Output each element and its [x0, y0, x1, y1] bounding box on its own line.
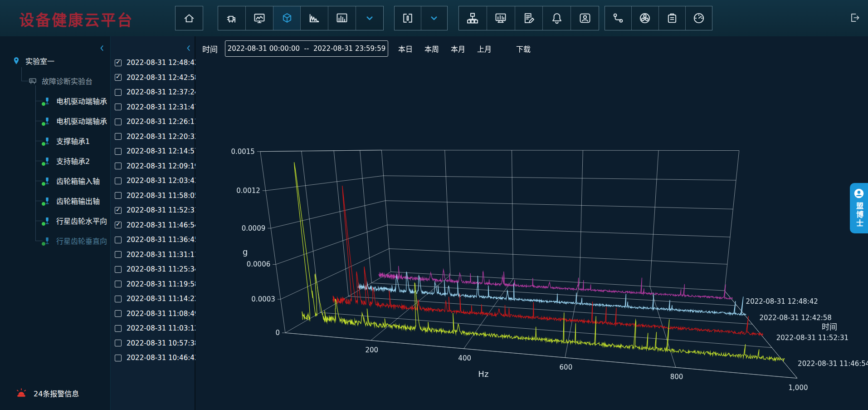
timestamp-label: 2022-08-31 10:57:38 [127, 339, 199, 347]
date-range-input[interactable] [225, 40, 388, 57]
timestamp-label: 2022-08-31 12:20:33 [127, 133, 199, 141]
timestamp-row[interactable]: 2022-08-31 11:25:34 [111, 262, 195, 277]
timestamp-checkbox[interactable] [115, 74, 122, 81]
timestamp-checkbox[interactable] [115, 355, 122, 361]
timestamp-panel-collapse-button[interactable] [184, 44, 193, 54]
timestamp-row[interactable]: 2022-08-31 12:03:43 [111, 173, 195, 188]
nav-gauge-button[interactable] [685, 6, 712, 30]
timestamp-checkbox[interactable] [115, 281, 122, 287]
nav-report-edit-button[interactable] [515, 6, 543, 30]
histogram-icon [336, 12, 348, 25]
timestamp-checkbox[interactable] [115, 119, 122, 125]
nav-home-button[interactable] [176, 6, 203, 30]
nav-cube-3d-button[interactable] [273, 6, 301, 30]
timestamp-checkbox[interactable] [115, 148, 122, 155]
nav-battery-device-button[interactable] [658, 6, 685, 30]
nav-trend-monitor-button[interactable] [245, 6, 273, 30]
timestamp-checkbox[interactable] [115, 251, 122, 258]
nav-histogram-button[interactable] [328, 6, 356, 30]
timestamp-checkbox[interactable] [115, 89, 122, 96]
timestamp-row[interactable]: 2022-08-31 12:37:24 [111, 85, 195, 100]
week-button[interactable]: 本周 [424, 43, 439, 54]
timestamp-row[interactable]: 2022-08-31 12:42:58 [111, 70, 195, 85]
tree-node[interactable]: 支持轴承2 [0, 151, 110, 171]
tree-node[interactable]: 电机驱动端轴承 [0, 91, 110, 111]
timestamp-row[interactable]: 2022-08-31 12:14:57 [111, 144, 195, 159]
tree-node[interactable]: 齿轮箱输出轴 [0, 191, 110, 211]
nav-group-home [175, 6, 203, 30]
timestamp-checkbox[interactable] [115, 237, 122, 243]
timestamp-row[interactable]: 2022-08-31 11:14:22 [111, 291, 195, 306]
sensor-status-dot [41, 142, 46, 146]
alarm-summary[interactable]: 24条报警信息 [15, 387, 79, 399]
nav-route-map-button[interactable] [605, 6, 631, 30]
today-button[interactable]: 本日 [398, 43, 413, 54]
timestamp-checkbox[interactable] [115, 104, 122, 110]
device-tree: 实验室一故障诊断实验台电机驱动端轴承电机驱动端轴承支撑轴承1支持轴承2齿轮箱输入… [0, 51, 110, 251]
timestamp-row[interactable]: 2022-08-31 10:57:38 [111, 336, 195, 351]
tree-node-label: 电机驱动端轴承 [56, 95, 107, 106]
timestamp-label: 2022-08-31 11:25:34 [127, 265, 199, 273]
tree-node[interactable]: 电机驱动端轴承 [0, 111, 110, 131]
timestamp-checkbox[interactable] [115, 296, 122, 302]
timestamp-checkbox[interactable] [115, 163, 122, 169]
chevron-down-icon [363, 12, 376, 25]
nav-group-analysis [218, 6, 384, 30]
battery-device-icon [666, 12, 678, 25]
tree-node-label: 支持轴承2 [56, 155, 90, 166]
nav-id-card-button[interactable] [571, 6, 599, 30]
doctor-side-tab[interactable]: 盟博士 [850, 183, 868, 233]
app-title: 设备健康云平台 [19, 8, 133, 30]
timestamp-checkbox[interactable] [115, 325, 122, 332]
timestamp-checkbox[interactable] [115, 178, 122, 184]
month-button[interactable]: 本月 [451, 43, 465, 54]
nav-spectrum-chart-button[interactable] [300, 6, 328, 30]
timestamp-row[interactable]: 2022-08-31 11:19:58 [111, 277, 195, 292]
timestamp-checkbox[interactable] [115, 59, 122, 66]
nav-alarm-bell-button[interactable] [542, 6, 571, 30]
timestamp-label: 2022-08-31 11:36:45 [127, 236, 199, 244]
nav-monitor-chart-button[interactable] [487, 6, 515, 30]
timestamp-row[interactable]: 2022-08-31 12:09:19 [111, 159, 195, 174]
prev-month-button[interactable]: 上月 [477, 43, 492, 54]
timestamp-row[interactable]: 2022-08-31 11:03:12 [111, 321, 195, 336]
tree-node[interactable]: 实验室一 [0, 51, 110, 71]
timestamp-label: 2022-08-31 11:19:58 [127, 280, 199, 288]
timestamp-row[interactable]: 2022-08-31 10:46:43 [111, 351, 195, 366]
waterfall-spectrum-chart[interactable] [195, 36, 868, 410]
tree-node[interactable]: 行星齿轮水平向 [0, 211, 110, 231]
timestamp-row[interactable]: 2022-08-31 12:31:47 [111, 100, 195, 115]
timestamp-checkbox[interactable] [115, 192, 122, 199]
id-card-icon [579, 12, 591, 25]
timestamp-row[interactable]: 2022-08-31 11:58:05 [111, 188, 195, 203]
timestamp-checkbox[interactable] [115, 310, 122, 317]
tree-node-label: 齿轮箱输出轴 [56, 195, 100, 206]
timestamp-label: 2022-08-31 12:03:43 [127, 177, 199, 185]
nav-screen-compare-button[interactable] [395, 6, 421, 30]
timestamp-checkbox[interactable] [115, 340, 122, 346]
timestamp-row[interactable]: 2022-08-31 12:20:33 [111, 129, 195, 144]
timestamp-row[interactable]: 2022-08-31 11:52:31 [111, 203, 195, 218]
tree-node[interactable]: 行星齿轮垂直向 [0, 231, 110, 251]
timestamp-row[interactable]: 2022-08-31 12:48:42 [111, 55, 195, 70]
logout-icon[interactable] [849, 12, 861, 25]
nav-group-analysis-chevron[interactable] [356, 6, 383, 30]
tree-node-label: 电机驱动端轴承 [56, 115, 107, 126]
timestamp-row[interactable]: 2022-08-31 11:36:45 [111, 232, 195, 247]
nav-motor-button[interactable] [218, 6, 245, 30]
timestamp-checkbox[interactable] [115, 222, 122, 228]
timestamp-row[interactable]: 2022-08-31 11:08:49 [111, 306, 195, 321]
tree-node[interactable]: 支撑轴承1 [0, 131, 110, 151]
timestamp-checkbox[interactable] [115, 133, 122, 140]
download-button[interactable]: 下载 [516, 43, 531, 54]
nav-group-screens-chevron[interactable] [421, 6, 448, 30]
timestamp-row[interactable]: 2022-08-31 11:31:11 [111, 247, 195, 262]
tree-node[interactable]: 故障诊断实验台 [0, 71, 110, 91]
nav-sitemap-button[interactable] [459, 6, 487, 30]
timestamp-checkbox[interactable] [115, 266, 122, 273]
timestamp-row[interactable]: 2022-08-31 11:46:54 [111, 218, 195, 233]
tree-node[interactable]: 齿轮箱输入轴 [0, 171, 110, 191]
nav-fan-button[interactable] [631, 6, 658, 30]
timestamp-checkbox[interactable] [115, 207, 122, 214]
timestamp-row[interactable]: 2022-08-31 12:26:11 [111, 114, 195, 129]
